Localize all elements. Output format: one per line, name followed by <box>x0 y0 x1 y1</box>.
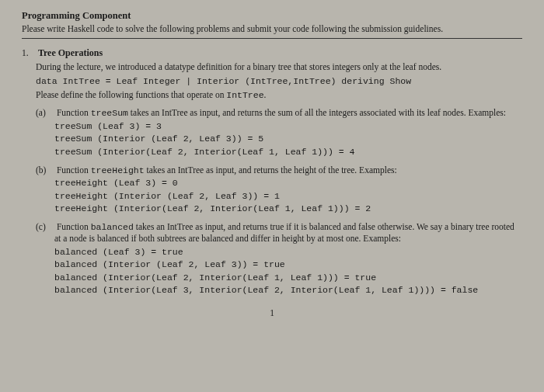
instruction-end: . <box>264 90 267 99</box>
section-description: Please write Haskell code to solve the f… <box>22 23 522 36</box>
problem-number: 1. <box>22 47 36 60</box>
sub-a-example-3: treeSum (Interior(Leaf 2, Interior(Leaf … <box>54 146 522 158</box>
sub-c-text1: Function <box>57 222 91 231</box>
instruction-text: Please define the following functions th… <box>36 90 226 99</box>
sub-b-example-2: treeHeight (Interior (Leaf 2, Leaf 3)) =… <box>54 190 522 203</box>
divider <box>22 38 522 39</box>
problem-title: Tree Operations <box>38 47 103 58</box>
sub-b-text2: takes an IntTree as input, and returns t… <box>145 165 397 175</box>
page-number: 1 <box>22 307 522 320</box>
sub-a-label: (a) <box>36 107 54 120</box>
sub-b-example-3: treeHeight (Interior(Leaf 2, Interior(Le… <box>54 203 522 215</box>
sub-b-fn: treeHeight <box>91 165 145 175</box>
sub-c-desc: (c) Function balanced takes an IntTree a… <box>54 221 522 245</box>
sub-c-fn: balanced <box>91 222 134 232</box>
section-title: Programming Component <box>22 9 522 23</box>
sub-b-label: (b) <box>36 165 54 177</box>
sub-c-example-2: balanced (Interior (Leaf 2, Leaf 3)) = t… <box>54 258 522 271</box>
sub-a-text1: Function <box>57 108 91 117</box>
sub-c-example-1: balanced (Leaf 3) = true <box>54 246 522 258</box>
subproblem-c: (c) Function balanced takes an IntTree a… <box>54 221 522 297</box>
data-definition: data IntTree = Leaf Integer | Interior (… <box>36 75 522 88</box>
problem-instruction: Please define the following functions th… <box>36 89 522 102</box>
subproblem-a: (a) Function treeSum takes an IntTree as… <box>54 107 522 158</box>
sub-a-fn: treeSum <box>91 108 128 118</box>
sub-b-desc: (b) Function treeHeight takes an IntTree… <box>54 165 522 177</box>
sub-b-text1: Function <box>57 165 91 175</box>
sub-a-example-2: treeSum (Interior (Leaf 2, Leaf 3)) = 5 <box>54 133 522 145</box>
problem-block: 1. Tree Operations During the lecture, w… <box>36 47 522 296</box>
problem-intro: During the lecture, we introduced a data… <box>36 61 522 74</box>
sub-a-text2: takes an IntTree as input, and returns t… <box>128 108 506 117</box>
instruction-code: IntTree <box>226 90 263 100</box>
sub-a-desc: (a) Function treeSum takes an IntTree as… <box>54 107 522 120</box>
sub-b-example-1: treeHeight (Leaf 3) = 0 <box>54 177 522 189</box>
sub-c-example-3: balanced (Interior(Leaf 2, Interior(Leaf… <box>54 272 522 284</box>
sub-c-example-4: balanced (Interior(Leaf 3, Interior(Leaf… <box>54 284 522 297</box>
sub-c-label: (c) <box>36 221 54 234</box>
sub-a-example-1: treeSum (Leaf 3) = 3 <box>54 120 522 133</box>
problem-header: 1. Tree Operations <box>36 47 522 60</box>
subproblem-b: (b) Function treeHeight takes an IntTree… <box>54 165 522 215</box>
